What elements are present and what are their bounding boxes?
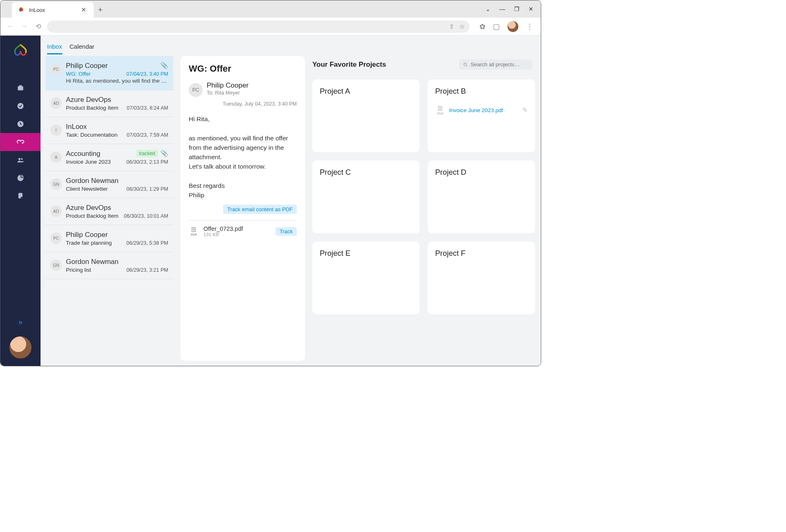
- svg-point-7: [21, 158, 23, 160]
- projects-search-input[interactable]: [470, 61, 529, 68]
- attachment-name: Offer_0723.pdf: [203, 225, 243, 232]
- browser-tab-title: InLoox: [29, 7, 75, 13]
- sender-avatar: AD: [50, 97, 62, 109]
- project-name: Project B: [435, 87, 528, 96]
- panel-icon[interactable]: ▢: [493, 22, 500, 31]
- titlebar: InLoox ✕ + ⌄ — ❐ ✕: [0, 0, 541, 18]
- track-attachment-button[interactable]: Track: [276, 227, 297, 236]
- project-file-row: 🗎PDFInvoice June 2023.pdf✎: [435, 105, 528, 115]
- message-subject: Invoice June 2023: [66, 159, 111, 165]
- message-preview: Hi Rita, as mentioned, you will find the…: [66, 78, 168, 84]
- more-icon[interactable]: ⋮: [526, 22, 533, 31]
- forward-icon[interactable]: →: [19, 22, 29, 31]
- tab-calendar[interactable]: Calendar: [70, 43, 95, 54]
- inbox-list: PCPhilip Cooper📎WG: Offer07/04/23, 3:40 …: [45, 56, 173, 361]
- attachment-icon: 📎: [160, 62, 168, 69]
- detail-from: Philip Cooper: [207, 81, 248, 90]
- expand-sidebar-icon[interactable]: »: [18, 318, 23, 327]
- message-date: 06/29/23, 3:21 PM: [126, 267, 168, 273]
- sender-avatar: A: [50, 151, 62, 163]
- project-name: Project D: [435, 168, 528, 177]
- inbox-item[interactable]: AAccountingtracked📎Invoice June 202306/3…: [45, 144, 173, 171]
- share-icon[interactable]: ⇪: [449, 23, 454, 30]
- address-bar[interactable]: ⇪ ☆: [47, 20, 470, 33]
- edit-icon[interactable]: ✎: [522, 106, 528, 114]
- nav-tasks[interactable]: [0, 97, 41, 115]
- projects-panel: Your Favorite Projects Project AProject …: [312, 56, 536, 361]
- sender-avatar: PC: [50, 232, 62, 244]
- tab-close-icon[interactable]: ✕: [79, 6, 88, 14]
- inbox-item[interactable]: ADAzure DevOpsProduct Backlog Item06/30/…: [45, 198, 173, 225]
- message-detail: WG: Offer PC Philip Cooper To: Rita Meye…: [181, 56, 305, 361]
- project-name: Project C: [320, 168, 412, 177]
- tracked-badge: tracked: [136, 150, 158, 157]
- inbox-item[interactable]: PCPhilip Cooper📎WG: Offer07/04/23, 3:40 …: [45, 56, 173, 90]
- project-card[interactable]: Project C: [312, 160, 420, 233]
- projects-grid: Project AProject B🗎PDFInvoice June 2023.…: [312, 79, 535, 314]
- chevron-down-icon[interactable]: ⌄: [486, 6, 490, 12]
- sender-avatar: I: [50, 124, 62, 136]
- restore-icon[interactable]: ❐: [514, 6, 519, 12]
- user-avatar[interactable]: [9, 336, 32, 358]
- message-subject: Task: Documentation: [66, 132, 117, 138]
- attachment-row: 🗎 PDF Offer_0723.pdf 131 KB Track: [189, 225, 297, 237]
- attachment-size: 131 KB: [203, 232, 243, 237]
- projects-search[interactable]: [459, 59, 533, 70]
- message-date: 07/04/23, 3:40 PM: [126, 71, 168, 77]
- sender-name: Accounting: [66, 150, 100, 158]
- nav-projects[interactable]: [0, 79, 41, 97]
- detail-to: To: Rita Meyer: [207, 90, 248, 96]
- app-logo: [12, 43, 29, 59]
- extensions-icon[interactable]: ✿: [479, 22, 486, 31]
- message-subject: WG: Offer: [66, 71, 91, 77]
- sender-name: Gordon Newman: [66, 177, 119, 185]
- reload-icon[interactable]: ⟲: [33, 23, 43, 30]
- inloox-favicon: [18, 6, 25, 14]
- main-area: Inbox Calendar PCPhilip Cooper📎WG: Offer…: [41, 36, 541, 366]
- detail-avatar: PC: [189, 83, 203, 97]
- message-date: 06/30/23, 10:01 AM: [124, 213, 168, 219]
- inbox-item[interactable]: IInLooxTask: Documentation07/03/23, 7:59…: [45, 117, 173, 144]
- divider: [189, 220, 297, 221]
- inbox-item[interactable]: PCPhilip CooperTrade fair planning06/29/…: [45, 225, 173, 252]
- content-tabs: Inbox Calendar: [45, 39, 536, 54]
- window-controls: ⌄ — ❐ ✕: [486, 0, 541, 18]
- message-date: 06/30/23, 1:29 PM: [126, 186, 168, 192]
- profile-avatar[interactable]: [507, 21, 519, 32]
- attachment-icon: 📎: [160, 150, 168, 157]
- nav-inbox[interactable]: [0, 133, 41, 151]
- svg-point-2: [18, 103, 24, 109]
- project-card[interactable]: Project D: [428, 160, 535, 233]
- new-tab-button[interactable]: +: [94, 2, 107, 18]
- browser-tab[interactable]: InLoox ✕: [12, 2, 94, 18]
- inbox-item[interactable]: GNGordon NewmanClient Newsletter06/30/23…: [45, 171, 173, 198]
- project-card[interactable]: Project F: [428, 241, 535, 314]
- track-email-button[interactable]: Track email content as PDF: [223, 205, 297, 214]
- minimize-icon[interactable]: —: [499, 6, 505, 12]
- message-date: 06/29/23, 5:38 PM: [126, 240, 168, 246]
- sidebar: i »: [0, 36, 41, 366]
- detail-date: Tuesday, July 04, 2023, 3:40 PM: [189, 101, 297, 107]
- nav-docs[interactable]: i: [0, 187, 41, 205]
- project-card[interactable]: Project A: [312, 79, 420, 152]
- sender-name: Philip Cooper: [66, 62, 108, 70]
- project-name: Project A: [320, 87, 412, 96]
- project-card[interactable]: Project B🗎PDFInvoice June 2023.pdf✎: [428, 79, 535, 152]
- search-icon: [463, 62, 468, 68]
- message-subject: Product Backlog Item: [66, 213, 118, 219]
- inbox-item[interactable]: GNGordon NewmanPricing list06/29/23, 3:2…: [45, 252, 173, 279]
- detail-subject: WG: Offer: [189, 63, 297, 74]
- tab-inbox[interactable]: Inbox: [47, 43, 62, 54]
- project-card[interactable]: Project E: [312, 241, 420, 314]
- close-window-icon[interactable]: ✕: [529, 6, 533, 12]
- project-file-link[interactable]: Invoice June 2023.pdf: [449, 107, 503, 113]
- sender-avatar: GN: [50, 178, 62, 190]
- star-icon[interactable]: ☆: [459, 23, 465, 30]
- nav-time[interactable]: [0, 115, 41, 133]
- inbox-item[interactable]: ADAzure DevOpsProduct Backlog Item07/03/…: [45, 90, 173, 117]
- sender-avatar: AD: [50, 205, 62, 217]
- message-subject: Pricing list: [66, 267, 91, 273]
- nav-reports[interactable]: [0, 169, 41, 187]
- back-icon[interactable]: ←: [5, 22, 15, 31]
- nav-people[interactable]: [0, 151, 41, 169]
